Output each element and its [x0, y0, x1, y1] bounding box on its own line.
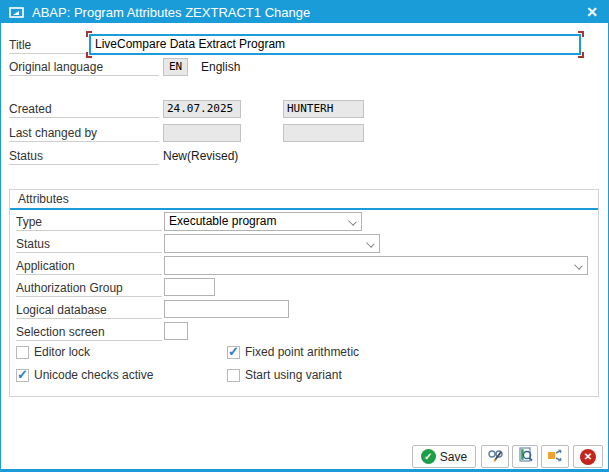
title-input-value[interactable]: LiveCompare Data Extract Program — [89, 34, 581, 55]
titlebar[interactable]: ABAP: Program Attributes ZEXTRACT1 Chang… — [1, 1, 608, 23]
focus-corner-icon — [86, 31, 92, 37]
application-dropdown[interactable] — [164, 256, 588, 275]
checkbox-label: Start using variant — [245, 368, 342, 382]
unicode-checks-active-checkbox[interactable]: Unicode checks active — [16, 368, 153, 382]
save-button-label: Save — [440, 450, 467, 464]
created-label: Created — [9, 101, 159, 118]
checkbox-icon[interactable] — [227, 346, 240, 359]
dialog-window: ABAP: Program Attributes ZEXTRACT1 Chang… — [0, 0, 609, 472]
attr-status-label: Status — [16, 236, 162, 253]
cancel-button[interactable]: ✕ — [573, 445, 603, 468]
attr-status-dropdown[interactable] — [164, 234, 380, 253]
checkbox-label: Unicode checks active — [34, 368, 153, 382]
type-dropdown-value: Executable program — [169, 214, 276, 228]
attributes-frame: Attributes Type Executable program Statu… — [9, 189, 599, 397]
original-language-label: Original language — [9, 59, 159, 76]
selection-screen-input[interactable] — [164, 322, 188, 340]
display-change-icon — [487, 448, 504, 466]
logical-database-label: Logical database — [16, 302, 162, 319]
selection-screen-label: Selection screen — [16, 324, 162, 341]
chevron-down-icon — [349, 218, 356, 225]
display-change-button[interactable] — [481, 445, 509, 468]
cancel-icon: ✕ — [580, 449, 596, 465]
last-changed-by-label: Last changed by — [9, 125, 159, 142]
save-button[interactable]: ✓ Save — [412, 445, 476, 468]
chevron-down-icon — [575, 262, 582, 269]
original-language-field[interactable]: EN — [163, 58, 188, 76]
created-user-field[interactable]: HUNTERH — [283, 100, 364, 118]
focus-corner-icon — [86, 52, 92, 58]
dialog-title: ABAP: Program Attributes ZEXTRACT1 Chang… — [32, 5, 584, 20]
status-value: New(Revised) — [163, 149, 238, 163]
last-changed-date-field[interactable] — [163, 124, 241, 142]
type-label: Type — [16, 214, 162, 231]
checkbox-icon[interactable] — [16, 346, 29, 359]
checkbox-label: Fixed point arithmetic — [245, 345, 359, 359]
title-input[interactable]: LiveCompare Data Extract Program — [89, 34, 581, 55]
authorization-group-input[interactable] — [164, 278, 215, 296]
type-dropdown[interactable]: Executable program — [164, 212, 362, 231]
attributes-frame-title: Attributes — [18, 192, 69, 206]
frame-accent-rule — [10, 208, 598, 210]
title-label: Title — [9, 37, 87, 54]
start-using-variant-checkbox[interactable]: Start using variant — [227, 368, 342, 382]
editor-lock-checkbox[interactable]: Editor lock — [16, 345, 90, 359]
check-icon — [518, 447, 533, 466]
check-button[interactable] — [512, 445, 538, 468]
application-label: Application — [16, 258, 162, 275]
checkbox-label: Editor lock — [34, 345, 90, 359]
last-changed-user-field[interactable] — [283, 124, 364, 142]
save-check-icon: ✓ — [421, 449, 436, 464]
fixed-point-arithmetic-checkbox[interactable]: Fixed point arithmetic — [227, 345, 359, 359]
status-label: Status — [9, 148, 159, 165]
logical-database-input[interactable] — [164, 300, 289, 318]
authorization-group-label: Authorization Group — [16, 280, 162, 297]
checkbox-icon[interactable] — [16, 369, 29, 382]
dialog-window-icon — [9, 6, 25, 19]
original-language-name: English — [201, 60, 240, 74]
focus-corner-icon — [578, 52, 584, 58]
checkbox-icon[interactable] — [227, 369, 240, 382]
created-date-field[interactable]: 24.07.2025 — [163, 100, 241, 118]
where-used-icon — [547, 448, 564, 466]
chevron-down-icon — [367, 240, 374, 247]
close-icon[interactable]: ✕ — [584, 2, 600, 22]
focus-corner-icon — [578, 31, 584, 37]
where-used-button[interactable] — [541, 445, 569, 468]
